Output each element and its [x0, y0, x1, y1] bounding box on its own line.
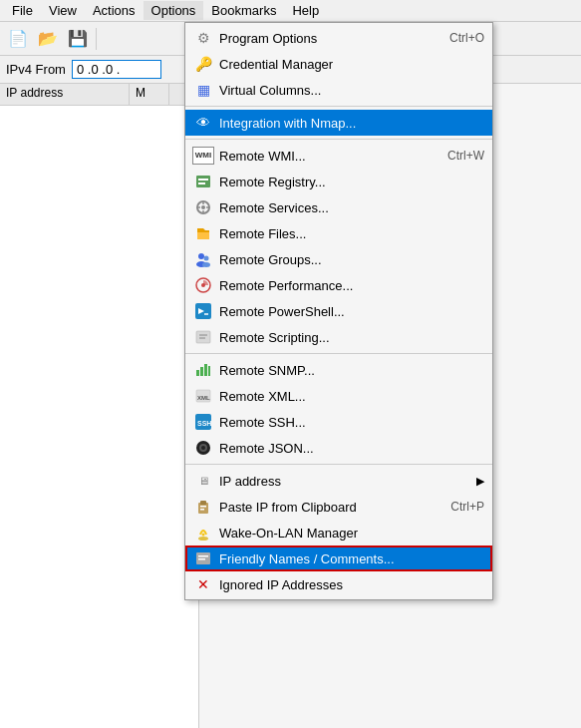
remote-powershell-label: Remote PowerShell...	[219, 304, 484, 319]
credential-manager-label: Credential Manager	[219, 57, 484, 72]
remote-json-label: Remote JSON...	[219, 441, 484, 456]
svg-rect-39	[198, 555, 208, 557]
snmp-icon	[193, 360, 213, 380]
files-icon	[193, 223, 213, 243]
powershell-icon	[193, 301, 213, 321]
ip-address-label: IP address	[219, 474, 472, 489]
divider-4	[185, 464, 492, 465]
menu-help[interactable]: Help	[284, 1, 327, 20]
svg-rect-23	[204, 364, 207, 376]
svg-rect-21	[196, 370, 199, 376]
svg-rect-0	[196, 176, 210, 187]
ipv4-from-input[interactable]	[72, 60, 161, 79]
menu-wake-on-lan[interactable]: Wake-On-LAN Manager	[185, 520, 492, 546]
svg-point-12	[202, 262, 210, 267]
new-button[interactable]: 📄	[4, 25, 32, 53]
menu-bookmarks[interactable]: Bookmarks	[203, 1, 284, 20]
services-icon	[193, 197, 213, 217]
menu-paste-ip[interactable]: Paste IP from Clipboard Ctrl+P	[185, 494, 492, 520]
virtual-columns-label: Virtual Columns...	[219, 83, 484, 98]
svg-point-10	[204, 256, 209, 261]
menu-ignored-ip[interactable]: ✕ Ignored IP Addresses	[185, 571, 492, 597]
ip-address-icon: 🖥	[193, 471, 213, 491]
menu-options[interactable]: Options	[144, 1, 204, 20]
remote-scripting-label: Remote Scripting...	[219, 330, 484, 345]
divider-2	[185, 139, 492, 140]
divider-3	[185, 353, 492, 354]
remote-wmi-shortcut: Ctrl+W	[447, 149, 484, 163]
svg-rect-33	[200, 501, 206, 505]
json-icon	[193, 438, 213, 458]
remote-services-label: Remote Services...	[219, 200, 484, 215]
svg-rect-24	[208, 366, 210, 376]
options-dropdown: ⚙ Program Options Ctrl+O 🔑 Credential Ma…	[184, 22, 493, 600]
performance-icon	[193, 275, 213, 295]
svg-rect-2	[198, 182, 205, 184]
col-m: M	[130, 84, 169, 105]
integration-nmap-label: Integration with Nmap...	[219, 116, 484, 131]
scripting-icon	[193, 327, 213, 347]
svg-rect-22	[200, 367, 203, 376]
menu-virtual-columns[interactable]: ▦ Virtual Columns...	[185, 77, 492, 103]
menu-remote-xml[interactable]: XML Remote XML...	[185, 383, 492, 409]
menu-view[interactable]: View	[41, 1, 85, 20]
credential-icon: 🔑	[193, 54, 213, 74]
save-button[interactable]: 💾	[64, 25, 92, 53]
menu-remote-json[interactable]: Remote JSON...	[185, 435, 492, 461]
svg-point-31	[201, 446, 205, 450]
paste-ip-shortcut: Ctrl+P	[450, 500, 484, 514]
svg-rect-35	[200, 509, 204, 511]
svg-point-9	[198, 253, 204, 259]
menu-remote-performance[interactable]: Remote Performance...	[185, 272, 492, 298]
paste-ip-label: Paste IP from Clipboard	[219, 500, 431, 515]
menu-remote-powershell[interactable]: Remote PowerShell...	[185, 298, 492, 324]
svg-rect-40	[198, 558, 205, 560]
red-x-icon: ✕	[193, 574, 213, 594]
program-options-label: Program Options	[219, 31, 430, 46]
svg-rect-34	[200, 506, 206, 508]
menu-remote-snmp[interactable]: Remote SNMP...	[185, 357, 492, 383]
menu-remote-services[interactable]: Remote Services...	[185, 194, 492, 220]
xml-icon: XML	[193, 386, 213, 406]
menu-program-options[interactable]: ⚙ Program Options Ctrl+O	[185, 25, 492, 51]
remote-groups-label: Remote Groups...	[219, 252, 484, 267]
friendly-names-icon	[193, 548, 213, 568]
svg-point-37	[202, 534, 205, 537]
menu-remote-files[interactable]: Remote Files...	[185, 220, 492, 246]
svg-rect-1	[198, 179, 208, 181]
open-button[interactable]: 📂	[34, 25, 62, 53]
ipv4-from-label: IPv4 From	[6, 62, 66, 77]
wmi-icon: WMI	[193, 146, 213, 166]
menu-bar: File View Actions Options Bookmarks Help	[0, 0, 581, 22]
remote-snmp-label: Remote SNMP...	[219, 363, 484, 378]
app-window: File View Actions Options Bookmarks Help…	[0, 0, 581, 728]
menu-file[interactable]: File	[4, 1, 41, 20]
content-panel: IP address M	[0, 84, 199, 728]
svg-rect-18	[196, 331, 210, 343]
remote-xml-label: Remote XML...	[219, 389, 484, 404]
menu-remote-wmi[interactable]: WMI Remote WMI... Ctrl+W	[185, 143, 492, 169]
svg-point-4	[201, 205, 205, 209]
menu-ip-address[interactable]: 🖥 IP address ▶	[185, 468, 492, 494]
submenu-arrow: ▶	[476, 475, 484, 488]
svg-text:XML: XML	[197, 395, 210, 401]
menu-remote-scripting[interactable]: Remote Scripting...	[185, 324, 492, 350]
svg-point-14	[201, 283, 205, 287]
menu-credential-manager[interactable]: 🔑 Credential Manager	[185, 51, 492, 77]
menu-actions[interactable]: Actions	[85, 1, 144, 20]
paste-icon	[193, 497, 213, 517]
toolbar-separator-1	[96, 28, 97, 50]
friendly-names-label: Friendly Names / Comments...	[219, 551, 484, 566]
menu-integration-nmap[interactable]: 👁 Integration with Nmap...	[185, 110, 492, 136]
menu-remote-ssh[interactable]: SSH Remote SSH...	[185, 409, 492, 435]
divider-1	[185, 106, 492, 107]
gear-icon: ⚙	[193, 28, 213, 48]
menu-remote-groups[interactable]: Remote Groups...	[185, 246, 492, 272]
menu-remote-registry[interactable]: Remote Registry...	[185, 169, 492, 194]
ignored-ip-label: Ignored IP Addresses	[219, 577, 484, 592]
ssh-icon: SSH	[193, 412, 213, 432]
wol-icon	[193, 523, 213, 543]
program-options-shortcut: Ctrl+O	[449, 31, 484, 45]
menu-friendly-names[interactable]: Friendly Names / Comments...	[185, 546, 492, 571]
eye-icon: 👁	[193, 113, 213, 133]
